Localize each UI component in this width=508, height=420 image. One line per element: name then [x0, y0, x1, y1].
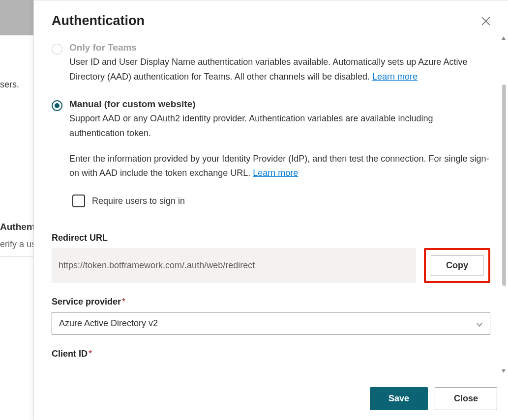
radio-dot-icon: [55, 103, 60, 108]
chevron-down-icon: [476, 320, 483, 327]
radio-circle-teams[interactable]: [52, 44, 62, 55]
copy-button[interactable]: Copy: [431, 255, 483, 276]
service-provider-select[interactable]: Azure Active Directory v2: [52, 312, 490, 335]
panel-body: Only for Teams User ID and User Display …: [34, 32, 508, 377]
learn-more-link-manual[interactable]: Learn more: [253, 168, 298, 178]
radio-title-teams: Only for Teams: [69, 42, 490, 53]
authentication-panel: Authentication Only for Teams User ID an…: [33, 0, 508, 420]
required-star-icon-2: *: [89, 349, 92, 359]
topbar-fragment: [0, 0, 33, 35]
redirect-url-label: Redirect URL: [52, 233, 490, 243]
client-id-label: Client ID*: [52, 349, 490, 359]
radio-title-manual: Manual (for custom website): [69, 99, 490, 110]
radio-circle-manual[interactable]: [52, 100, 62, 111]
client-id-field: Client ID*: [52, 349, 490, 359]
backdrop-text-1: sers.: [0, 80, 19, 90]
require-signin-checkbox[interactable]: [72, 195, 85, 207]
radio-desc-teams: User ID and User Display Name authentica…: [69, 55, 490, 84]
require-signin-label: Require users to sign in: [92, 196, 185, 206]
service-provider-field: Service provider* Azure Active Directory…: [52, 297, 490, 335]
close-button[interactable]: Close: [435, 387, 497, 410]
client-id-label-text: Client ID: [52, 349, 88, 359]
learn-more-link-teams[interactable]: Learn more: [372, 72, 418, 82]
copy-highlight-box: Copy: [424, 248, 490, 283]
radio-desc-manual-1: Support AAD or any OAuth2 identity provi…: [69, 112, 490, 140]
panel-footer: Save Close: [34, 377, 508, 420]
close-icon[interactable]: [481, 17, 490, 26]
radio-option-manual[interactable]: Manual (for custom website) Support AAD …: [52, 99, 490, 207]
redirect-url-field: Redirect URL Copy: [52, 233, 490, 283]
backdrop-section-title: Authent: [0, 222, 35, 232]
service-provider-label: Service provider*: [52, 297, 490, 307]
require-signin-row: Require users to sign in: [72, 195, 490, 207]
radio-desc-manual-2: Enter the information provided by your I…: [69, 152, 490, 181]
backdrop-section-sub: erify a us: [0, 239, 36, 250]
backdrop-divider: [0, 256, 34, 257]
panel-title: Authentication: [52, 13, 145, 28]
service-provider-label-text: Service provider: [52, 297, 121, 307]
radio-option-teams[interactable]: Only for Teams User ID and User Display …: [52, 42, 490, 84]
service-provider-value: Azure Active Directory v2: [59, 318, 158, 329]
save-button[interactable]: Save: [370, 387, 428, 410]
panel-header: Authentication: [34, 0, 508, 32]
redirect-url-input[interactable]: [52, 248, 416, 283]
required-star-icon: *: [122, 297, 125, 307]
